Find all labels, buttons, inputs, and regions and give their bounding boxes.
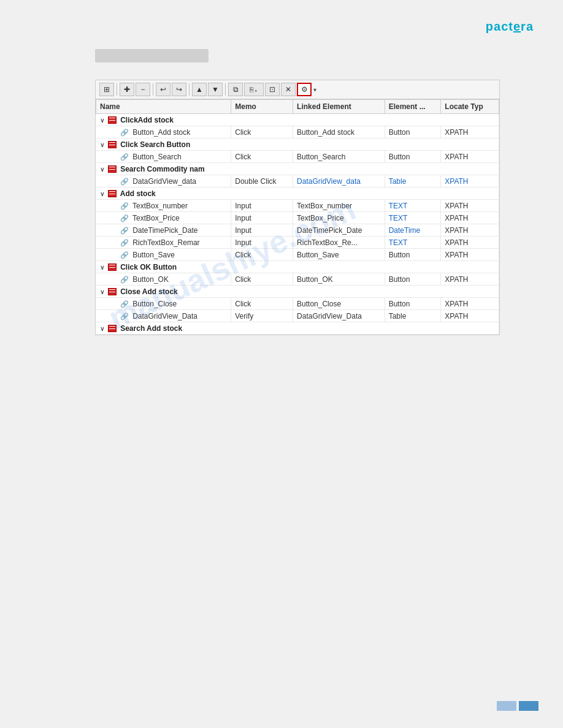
row-memo: Click (231, 298, 293, 310)
table-row: 🔗 RichTextBox_Remar InputRichTextBox_Re.… (96, 237, 499, 249)
row-linked: RichTextBox_Re... (293, 237, 385, 249)
next-page-btn[interactable] (519, 701, 538, 711)
down-btn[interactable]: ▼ (208, 83, 223, 96)
row-locate-type: XPATH (441, 212, 499, 224)
row-linked: Button_Close (293, 298, 385, 310)
divider-1 (117, 83, 117, 96)
toolbar: ⊞ ✚ − ↩ ↪ ▲ ▼ ⧉ ⎘▾ ⊡ ✕ ⚙ ▾ (96, 80, 499, 99)
settings-dropdown-arrow[interactable]: ▾ (313, 86, 316, 93)
group-icon (108, 141, 117, 148)
table-row[interactable]: ∨ Click OK Button (96, 261, 499, 273)
row-linked: TextBox_number (293, 200, 385, 212)
group-icon (108, 165, 117, 173)
up-btn[interactable]: ▲ (192, 83, 207, 96)
row-name: Button_Add stock (132, 128, 190, 137)
pactera-logo: pactera (486, 20, 534, 34)
row-locate-type: XPATH (441, 200, 499, 212)
table-row: 🔗 DataGridView_data Double ClickDataGrid… (96, 175, 499, 188)
row-name: TextBox_number (132, 202, 188, 210)
row-element-type: Table (385, 310, 441, 322)
table-row: 🔗 TextBox_Price InputTextBox_PriceTEXTXP… (96, 212, 499, 224)
group-icon (108, 190, 117, 197)
group-name: Add stock (120, 189, 156, 198)
row-name: Button_Close (132, 300, 177, 308)
group-name: Click Search Button (120, 140, 190, 149)
group-icon (108, 288, 117, 295)
row-linked: DataGridView_Data (293, 310, 385, 322)
table-row[interactable]: ∨ Search Commodity nam (96, 163, 499, 175)
group-icon (108, 116, 117, 124)
table-row[interactable]: ∨ Add stock (96, 188, 499, 200)
row-element-type: TEXT (385, 212, 441, 224)
row-element-type: Button (385, 298, 441, 310)
chevron-icon: ∨ (100, 191, 104, 197)
grid-btn[interactable]: ⊞ (99, 83, 114, 96)
copy-btn[interactable]: ⧉ (228, 83, 243, 96)
group-name: ClickAdd stock (120, 116, 174, 124)
action-icon: 🔗 (120, 202, 129, 210)
paste-btn[interactable]: ⊡ (265, 83, 280, 96)
group-icon (108, 264, 117, 271)
row-memo: Input (231, 212, 293, 224)
row-memo: Click (231, 273, 293, 286)
chevron-icon: ∨ (100, 325, 104, 332)
action-icon: 🔗 (120, 300, 129, 308)
row-locate-type: XPATH (441, 298, 499, 310)
row-name: Button_Search (132, 153, 181, 161)
row-locate-type: XPATH (441, 224, 499, 237)
export-dropdown[interactable]: ⎘▾ (244, 83, 264, 96)
group-icon (108, 325, 117, 332)
row-linked: Button_Save (293, 249, 385, 261)
row-linked: Button_Add stock (293, 126, 385, 138)
table-row: 🔗 DateTimePick_Date InputDateTimePick_Da… (96, 224, 499, 237)
row-name: Button_OK (132, 275, 169, 284)
row-element-type: Table (385, 175, 441, 188)
prev-page-btn[interactable] (497, 701, 516, 711)
row-linked: DataGridView_data (293, 175, 385, 188)
row-memo: Double Click (231, 175, 293, 188)
action-icon: 🔗 (120, 153, 129, 161)
action-icon: 🔗 (120, 276, 129, 283)
group-name: Click OK Button (120, 263, 177, 271)
settings-btn[interactable]: ⚙ (297, 83, 312, 96)
table-row[interactable]: ∨ Click Search Button (96, 138, 499, 151)
table-row: 🔗 Button_Save ClickButton_SaveButtonXPAT… (96, 249, 499, 261)
forward-btn[interactable]: ↪ (172, 83, 186, 96)
chevron-icon: ∨ (100, 289, 104, 295)
add-btn[interactable]: ✚ (120, 83, 134, 96)
delete-btn[interactable]: ✕ (281, 83, 296, 96)
table-row: 🔗 DataGridView_Data VerifyDataGridView_D… (96, 310, 499, 322)
table-row: 🔗 Button_Close ClickButton_CloseButtonXP… (96, 298, 499, 310)
row-locate-type: XPATH (441, 310, 499, 322)
row-locate-type: XPATH (441, 151, 499, 163)
row-memo: Click (231, 126, 293, 138)
minus-btn[interactable]: − (136, 83, 150, 96)
col-locate: Locate Typ (441, 100, 499, 114)
row-element-type: DateTime (385, 224, 441, 237)
row-element-type: Button (385, 249, 441, 261)
group-name: Search Commodity nam (120, 165, 204, 173)
row-locate-type: XPATH (441, 273, 499, 286)
table-row[interactable]: ∨ Close Add stock (96, 286, 499, 298)
action-icon: 🔗 (120, 178, 129, 185)
row-memo: Input (231, 200, 293, 212)
table-row[interactable]: ∨ Search Add stock (96, 322, 499, 335)
chevron-icon: ∨ (100, 117, 104, 124)
table-row: 🔗 TextBox_number InputTextBox_numberTEXT… (96, 200, 499, 212)
back-btn[interactable]: ↩ (156, 83, 170, 96)
table-row[interactable]: ∨ ClickAdd stock (96, 114, 499, 126)
col-memo: Memo (231, 100, 293, 114)
row-locate-type: XPATH (441, 126, 499, 138)
action-icon: 🔗 (120, 214, 129, 222)
col-element: Element ... (385, 100, 441, 114)
row-element-type: TEXT (385, 237, 441, 249)
row-name: DataGridView_data (132, 177, 196, 186)
main-panel: ⊞ ✚ − ↩ ↪ ▲ ▼ ⧉ ⎘▾ ⊡ ✕ ⚙ ▾ Name Memo L (95, 80, 500, 335)
bottom-nav (497, 701, 538, 711)
row-linked: Button_OK (293, 273, 385, 286)
group-name: Search Add stock (120, 324, 182, 333)
row-name: DataGridView_Data (132, 312, 197, 320)
action-icon: 🔗 (120, 129, 129, 136)
row-name: TextBox_Price (132, 214, 180, 222)
row-locate-type: XPATH (441, 237, 499, 249)
